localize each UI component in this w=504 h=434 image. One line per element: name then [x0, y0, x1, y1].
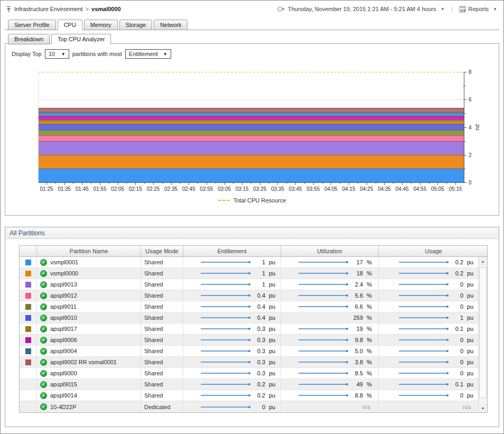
x-tick-label-04:05: 04:05: [324, 186, 338, 192]
metric-unit: pu: [467, 337, 475, 343]
table-row-vsmpl0001[interactable]: ✓vsmpl0001Shared1pu17%0.2pu: [20, 257, 487, 268]
cell-swatch: [20, 268, 37, 279]
x-tick-04:35: [384, 182, 385, 185]
sparkline: [201, 262, 250, 263]
scroll-up-button[interactable]: ▲: [479, 257, 487, 265]
top-count-select[interactable]: 10 ▼: [45, 49, 69, 59]
metric-unit: %: [367, 303, 375, 310]
column-header-swatch[interactable]: [20, 246, 37, 256]
sparkline: [201, 273, 250, 274]
table-row-apspl9012[interactable]: ✓apspl9012Shared0.4pu5.6%0pu: [20, 290, 487, 301]
table-row-10-4D22P[interactable]: ✓10-4D22PDedicated0pun/an/a: [20, 401, 487, 412]
x-minor-tick-19: [393, 182, 394, 184]
vertical-scrollbar[interactable]: ▲ ▼: [478, 257, 487, 412]
sparkline: [201, 284, 250, 285]
cell-entitlement: 0.3pu: [183, 335, 281, 345]
metric-value: 0.4: [254, 315, 265, 321]
reports-menu[interactable]: Reports ▼: [459, 6, 497, 13]
time-range-control[interactable]: Thursday, November 19, 2015 1:21 AM - 5:…: [277, 6, 445, 12]
table-row-apspl9013[interactable]: ✓apspl9013Shared1pu2.4%0pu: [20, 279, 487, 290]
status-ok-icon: ✓: [40, 403, 47, 410]
metric-unit: pu: [269, 370, 277, 376]
area-band-apspl9002-RR-vsmal0001: [39, 108, 464, 112]
table-row-apspl9015[interactable]: ✓apspl9015Shared0.2pu49%0.1pu: [20, 379, 487, 390]
table-row-apspl9014[interactable]: ✓apspl9014Shared0.2pu8.8%0pu: [20, 390, 487, 401]
status-ok-icon: ✓: [40, 359, 47, 366]
table-row-apspl9000[interactable]: ✓apspl9000Shared0.3pu8.5%0pu: [20, 368, 487, 379]
metric-unit: %: [367, 348, 375, 354]
tab-storage[interactable]: Storage: [119, 20, 153, 30]
cell-entitlement: 0.2pu: [183, 390, 281, 401]
metric-unit: pu: [467, 270, 475, 276]
cell-entitlement: 0.3pu: [183, 357, 281, 367]
x-tick-01:35: [64, 182, 65, 185]
usage-mode-label: Shared: [144, 292, 163, 299]
cell-entitlement: 0.4pu: [183, 312, 281, 323]
cell-entitlement: 0pu: [183, 401, 281, 412]
x-tick-label-04:35: 04:35: [378, 186, 391, 192]
sparkline: [298, 306, 348, 307]
stacked-area-chart[interactable]: 02468pu01:2501:3501:4501:5502:0502:1502:…: [38, 72, 464, 182]
sparkline: [298, 395, 348, 396]
chart-legend: Total CPU Resource: [5, 197, 499, 204]
metric-unit: %: [367, 359, 375, 365]
tab-server-profile[interactable]: Server Profile: [8, 20, 56, 30]
metric-value: 5.0: [351, 348, 363, 354]
cell-usage-mode: Shared: [141, 279, 183, 290]
table-row-apspl9004[interactable]: ✓apspl9004Shared0.3pu5.0%0pu: [20, 346, 487, 357]
cell-usage-mode: Shared: [141, 301, 183, 312]
y-tick-8: [463, 72, 466, 72]
metric-select[interactable]: Entitlement ▼: [125, 49, 171, 59]
table-row-apspl9002-RR-vsmal0001[interactable]: ✓apspl9002 RR vsmal0001Shared0.3pu3.8%0p…: [20, 357, 487, 368]
x-tick-05:05: [437, 182, 438, 185]
metric-value: 9.8: [351, 337, 363, 343]
x-tick-label-03:05: 03:05: [218, 186, 231, 192]
cell-partition-name: ✓apspl9015: [37, 379, 141, 390]
table-row-apspl9006[interactable]: ✓apspl9006Shared0.3pu9.8%0pu: [20, 335, 487, 346]
sparkline: [298, 273, 348, 274]
table-row-apspl9011[interactable]: ✓apspl9011Shared0.4pu6.6%0pu: [20, 301, 487, 312]
tab-cpu[interactable]: CPU: [58, 20, 82, 30]
metric-unit: pu: [269, 326, 277, 332]
column-header-partition-name[interactable]: Partition Name: [37, 246, 141, 256]
cell-utilization: 17%: [281, 257, 379, 267]
metric-value: 1: [254, 281, 265, 288]
metric-value: 0: [452, 292, 463, 299]
tab-memory[interactable]: Memory: [84, 20, 118, 30]
partition-name-label: apspl9006: [50, 337, 77, 343]
sparkline: [201, 362, 250, 363]
column-header-entitlement[interactable]: Entitlement: [183, 246, 281, 256]
usage-mode-label: Shared: [144, 359, 163, 365]
metric-value: 0: [452, 392, 463, 399]
cell-utilization: 2.4%: [281, 279, 379, 290]
cell-swatch: [20, 346, 37, 356]
x-minor-tick-4: [126, 182, 127, 184]
sparkline: [201, 384, 250, 385]
column-header-usage[interactable]: Usage: [379, 246, 488, 256]
x-minor-tick-18: [376, 182, 376, 184]
status-ok-icon: ✓: [40, 270, 47, 277]
y-tick-2: [463, 155, 466, 155]
x-tick-01:25: [46, 182, 47, 185]
table-row-vsmpl0000[interactable]: ✓vsmpl0000Shared1pu18%0.2pu: [20, 268, 487, 279]
sparkline: [399, 262, 448, 263]
x-tick-label-04:15: 04:15: [342, 186, 356, 192]
column-header-usage-mode[interactable]: Usage Mode: [141, 246, 183, 256]
column-header-utilization[interactable]: Utilization: [281, 246, 379, 256]
time-range-label: Thursday, November 19, 2015 1:21 AM - 5:…: [288, 6, 436, 12]
x-minor-tick-13: [286, 182, 287, 184]
subtab-breakdown[interactable]: Breakdown: [8, 34, 50, 44]
breadcrumb-root[interactable]: Infrastructure Environment: [14, 6, 83, 12]
table-row-apspl9010[interactable]: ✓apspl9010Shared0.4pu259%1pu: [20, 312, 487, 324]
y-tick-0: [463, 182, 466, 183]
scroll-thumb[interactable]: [479, 267, 487, 398]
y-tick-label-8: 8: [469, 69, 472, 75]
tab-network[interactable]: Network: [154, 20, 188, 30]
x-tick-label-04:25: 04:25: [360, 186, 373, 192]
x-minor-tick-17: [358, 182, 358, 184]
subtab-top-cpu-analyzer[interactable]: Top CPU Analyzer: [51, 34, 111, 44]
scroll-down-button[interactable]: ▼: [479, 404, 487, 412]
metric-unit: pu: [269, 359, 277, 365]
table-row-apspl9017[interactable]: ✓apspl9017Shared0.3pu19%0.1pu: [20, 324, 487, 335]
metric-unit: %: [367, 370, 375, 376]
